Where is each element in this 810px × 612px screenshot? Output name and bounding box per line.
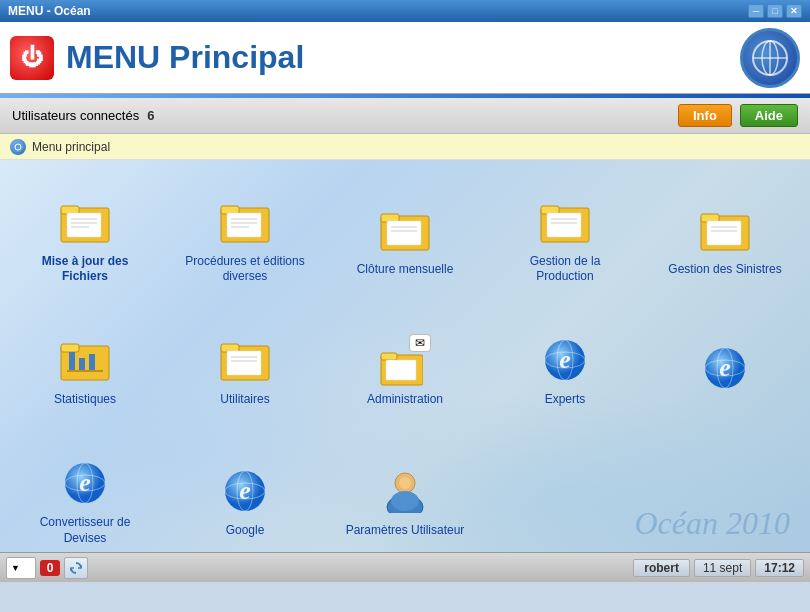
svg-point-64 (399, 477, 411, 489)
svg-rect-35 (69, 352, 75, 370)
aide-button[interactable]: Aide (740, 104, 798, 127)
breadcrumb: Menu principal (0, 134, 810, 160)
svg-rect-37 (89, 354, 95, 370)
menu-item-params-utilisateur[interactable]: Paramètres Utilisateur (330, 441, 480, 562)
svg-rect-45 (381, 353, 397, 360)
minimize-button[interactable]: ─ (748, 4, 764, 18)
connected-label: Utilisateurs connectés (12, 108, 139, 123)
menu-item-gestion-sinistres[interactable]: Gestion des Sinistres (650, 180, 800, 301)
menu-label-utilitaires: Utilitaires (220, 392, 269, 408)
menu-item-convertisseur[interactable]: e Convertisseur deDevises (10, 441, 160, 562)
maximize-button[interactable]: □ (767, 4, 783, 18)
svg-text:e: e (79, 468, 91, 497)
menu-label-maj-fichiers: Mise à jour desFichiers (42, 254, 129, 285)
globe-convertisseur-icon: e (59, 457, 111, 509)
menu-grid-container: Océan 2010 Mise à jour desFichiers (0, 160, 810, 582)
menu-item-experts[interactable]: e Experts (490, 311, 640, 432)
svg-rect-8 (67, 213, 101, 237)
svg-rect-20 (387, 221, 421, 245)
menu-item-empty2 (650, 441, 800, 562)
home-icon (10, 139, 26, 155)
menu-item-utilitaires[interactable]: Utilitaires (170, 311, 320, 432)
folder-icon (59, 196, 111, 248)
svg-rect-30 (707, 221, 741, 245)
svg-rect-34 (61, 344, 79, 352)
svg-text:e: e (239, 476, 251, 505)
logo-icon (740, 28, 800, 88)
menu-label-statistiques: Statistiques (54, 392, 116, 408)
admin-folder-icon: ✉ (379, 334, 431, 386)
empty2-icon (699, 473, 751, 525)
menu-item-empty1 (490, 441, 640, 562)
info-button[interactable]: Info (678, 104, 732, 127)
user-icon (379, 465, 431, 517)
stats-folder-icon (59, 334, 111, 386)
power-icon: ⏻ (10, 36, 54, 80)
folder-cloture-icon (379, 204, 431, 256)
svg-point-66 (391, 491, 419, 511)
connected-count: 6 (147, 108, 154, 123)
window-controls: ─ □ ✕ (748, 4, 802, 18)
menu-grid: Mise à jour desFichiers Procédures et éd… (10, 180, 800, 562)
svg-rect-41 (227, 351, 261, 375)
menu-label-procedures: Procédures et éditionsdiverses (185, 254, 304, 285)
toolbar: Utilisateurs connectés 6 Info Aide (0, 98, 810, 134)
menu-label-google: Google (226, 523, 265, 539)
globe-experts-icon: e (539, 334, 591, 386)
menu-item-item10[interactable]: e (650, 311, 800, 432)
menu-label-convertisseur: Convertisseur deDevises (40, 515, 131, 546)
menu-label-cloture: Clôture mensuelle (357, 262, 454, 278)
menu-label-gestion-prod: Gestion de laProduction (530, 254, 601, 285)
folder-sinistres-icon (699, 204, 751, 256)
globe2-icon: e (699, 342, 751, 394)
menu-item-administration[interactable]: ✉ Administration (330, 311, 480, 432)
folder-utilitaires-icon (219, 334, 271, 386)
menu-item-maj-fichiers[interactable]: Mise à jour desFichiers (10, 180, 160, 301)
title-bar: MENU - Océan ─ □ ✕ (0, 0, 810, 22)
main-content: Océan 2010 Mise à jour desFichiers (0, 160, 810, 582)
menu-item-google[interactable]: e Google (170, 441, 320, 562)
svg-rect-46 (386, 360, 416, 380)
svg-rect-38 (67, 370, 103, 372)
header-title: MENU Principal (66, 39, 740, 76)
svg-rect-14 (227, 213, 261, 237)
menu-label-experts: Experts (545, 392, 586, 408)
breadcrumb-label: Menu principal (32, 140, 110, 154)
menu-label-params-utilisateur: Paramètres Utilisateur (346, 523, 465, 539)
dropdown-arrow: ▼ (11, 563, 20, 573)
menu-item-cloture[interactable]: Clôture mensuelle (330, 180, 480, 301)
menu-item-statistiques[interactable]: Statistiques (10, 311, 160, 432)
header: ⏻ MENU Principal (0, 22, 810, 94)
svg-rect-25 (547, 213, 581, 237)
folder-gestion-prod-icon (539, 196, 591, 248)
menu-label-gestion-sinistres: Gestion des Sinistres (668, 262, 781, 278)
globe-google-icon: e (219, 465, 271, 517)
svg-rect-36 (79, 358, 85, 370)
svg-text:e: e (559, 345, 571, 374)
menu-label-administration: Administration (367, 392, 443, 408)
folder-procedures-icon (219, 196, 271, 248)
close-button[interactable]: ✕ (786, 4, 802, 18)
empty1-icon (539, 473, 591, 525)
svg-text:e: e (719, 353, 731, 382)
menu-item-procedures[interactable]: Procédures et éditionsdiverses (170, 180, 320, 301)
menu-item-gestion-prod[interactable]: Gestion de laProduction (490, 180, 640, 301)
window-title: MENU - Océan (8, 4, 91, 18)
